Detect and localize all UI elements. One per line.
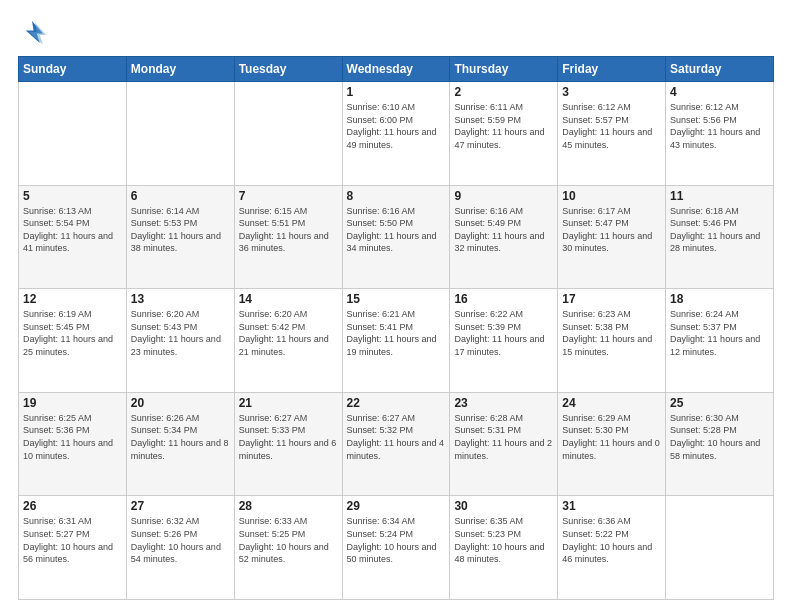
day-number: 7: [239, 189, 338, 203]
calendar-body: 1Sunrise: 6:10 AM Sunset: 6:00 PM Daylig…: [19, 82, 774, 600]
calendar-cell: 24Sunrise: 6:29 AM Sunset: 5:30 PM Dayli…: [558, 392, 666, 496]
day-info: Sunrise: 6:21 AM Sunset: 5:41 PM Dayligh…: [347, 308, 446, 358]
day-number: 30: [454, 499, 553, 513]
day-number: 23: [454, 396, 553, 410]
day-info: Sunrise: 6:26 AM Sunset: 5:34 PM Dayligh…: [131, 412, 230, 462]
calendar-cell: 1Sunrise: 6:10 AM Sunset: 6:00 PM Daylig…: [342, 82, 450, 186]
calendar-cell: 19Sunrise: 6:25 AM Sunset: 5:36 PM Dayli…: [19, 392, 127, 496]
day-info: Sunrise: 6:17 AM Sunset: 5:47 PM Dayligh…: [562, 205, 661, 255]
calendar-cell: [126, 82, 234, 186]
day-number: 5: [23, 189, 122, 203]
calendar-week-3: 12Sunrise: 6:19 AM Sunset: 5:45 PM Dayli…: [19, 289, 774, 393]
day-info: Sunrise: 6:33 AM Sunset: 5:25 PM Dayligh…: [239, 515, 338, 565]
day-number: 31: [562, 499, 661, 513]
calendar-week-2: 5Sunrise: 6:13 AM Sunset: 5:54 PM Daylig…: [19, 185, 774, 289]
calendar-cell: 12Sunrise: 6:19 AM Sunset: 5:45 PM Dayli…: [19, 289, 127, 393]
day-info: Sunrise: 6:20 AM Sunset: 5:42 PM Dayligh…: [239, 308, 338, 358]
calendar-cell: 2Sunrise: 6:11 AM Sunset: 5:59 PM Daylig…: [450, 82, 558, 186]
calendar-cell: 21Sunrise: 6:27 AM Sunset: 5:33 PM Dayli…: [234, 392, 342, 496]
day-info: Sunrise: 6:31 AM Sunset: 5:27 PM Dayligh…: [23, 515, 122, 565]
day-number: 29: [347, 499, 446, 513]
day-info: Sunrise: 6:36 AM Sunset: 5:22 PM Dayligh…: [562, 515, 661, 565]
day-number: 22: [347, 396, 446, 410]
calendar-cell: 22Sunrise: 6:27 AM Sunset: 5:32 PM Dayli…: [342, 392, 450, 496]
calendar-cell: 4Sunrise: 6:12 AM Sunset: 5:56 PM Daylig…: [666, 82, 774, 186]
day-info: Sunrise: 6:11 AM Sunset: 5:59 PM Dayligh…: [454, 101, 553, 151]
day-number: 13: [131, 292, 230, 306]
day-number: 28: [239, 499, 338, 513]
calendar-cell: 11Sunrise: 6:18 AM Sunset: 5:46 PM Dayli…: [666, 185, 774, 289]
calendar-cell: 25Sunrise: 6:30 AM Sunset: 5:28 PM Dayli…: [666, 392, 774, 496]
weekday-header-saturday: Saturday: [666, 57, 774, 82]
day-info: Sunrise: 6:32 AM Sunset: 5:26 PM Dayligh…: [131, 515, 230, 565]
weekday-header-row: SundayMondayTuesdayWednesdayThursdayFrid…: [19, 57, 774, 82]
calendar-cell: 16Sunrise: 6:22 AM Sunset: 5:39 PM Dayli…: [450, 289, 558, 393]
calendar-cell: 15Sunrise: 6:21 AM Sunset: 5:41 PM Dayli…: [342, 289, 450, 393]
day-number: 4: [670, 85, 769, 99]
calendar-cell: 8Sunrise: 6:16 AM Sunset: 5:50 PM Daylig…: [342, 185, 450, 289]
weekday-header-wednesday: Wednesday: [342, 57, 450, 82]
day-number: 16: [454, 292, 553, 306]
calendar-cell: 23Sunrise: 6:28 AM Sunset: 5:31 PM Dayli…: [450, 392, 558, 496]
calendar-cell: 13Sunrise: 6:20 AM Sunset: 5:43 PM Dayli…: [126, 289, 234, 393]
header: [18, 18, 774, 46]
calendar-week-4: 19Sunrise: 6:25 AM Sunset: 5:36 PM Dayli…: [19, 392, 774, 496]
day-info: Sunrise: 6:23 AM Sunset: 5:38 PM Dayligh…: [562, 308, 661, 358]
day-info: Sunrise: 6:28 AM Sunset: 5:31 PM Dayligh…: [454, 412, 553, 462]
calendar-cell: 17Sunrise: 6:23 AM Sunset: 5:38 PM Dayli…: [558, 289, 666, 393]
day-info: Sunrise: 6:20 AM Sunset: 5:43 PM Dayligh…: [131, 308, 230, 358]
calendar-cell: 14Sunrise: 6:20 AM Sunset: 5:42 PM Dayli…: [234, 289, 342, 393]
weekday-header-monday: Monday: [126, 57, 234, 82]
weekday-header-tuesday: Tuesday: [234, 57, 342, 82]
day-number: 9: [454, 189, 553, 203]
day-number: 26: [23, 499, 122, 513]
day-number: 25: [670, 396, 769, 410]
calendar-cell: 9Sunrise: 6:16 AM Sunset: 5:49 PM Daylig…: [450, 185, 558, 289]
day-info: Sunrise: 6:12 AM Sunset: 5:57 PM Dayligh…: [562, 101, 661, 151]
calendar-cell: 29Sunrise: 6:34 AM Sunset: 5:24 PM Dayli…: [342, 496, 450, 600]
day-number: 12: [23, 292, 122, 306]
calendar-cell: 31Sunrise: 6:36 AM Sunset: 5:22 PM Dayli…: [558, 496, 666, 600]
day-info: Sunrise: 6:16 AM Sunset: 5:50 PM Dayligh…: [347, 205, 446, 255]
calendar-cell: [666, 496, 774, 600]
day-info: Sunrise: 6:35 AM Sunset: 5:23 PM Dayligh…: [454, 515, 553, 565]
day-info: Sunrise: 6:29 AM Sunset: 5:30 PM Dayligh…: [562, 412, 661, 462]
day-info: Sunrise: 6:22 AM Sunset: 5:39 PM Dayligh…: [454, 308, 553, 358]
calendar-cell: 5Sunrise: 6:13 AM Sunset: 5:54 PM Daylig…: [19, 185, 127, 289]
day-info: Sunrise: 6:10 AM Sunset: 6:00 PM Dayligh…: [347, 101, 446, 151]
day-info: Sunrise: 6:14 AM Sunset: 5:53 PM Dayligh…: [131, 205, 230, 255]
day-number: 20: [131, 396, 230, 410]
day-info: Sunrise: 6:13 AM Sunset: 5:54 PM Dayligh…: [23, 205, 122, 255]
day-number: 11: [670, 189, 769, 203]
day-number: 3: [562, 85, 661, 99]
calendar-cell: 7Sunrise: 6:15 AM Sunset: 5:51 PM Daylig…: [234, 185, 342, 289]
day-number: 21: [239, 396, 338, 410]
day-number: 14: [239, 292, 338, 306]
calendar: SundayMondayTuesdayWednesdayThursdayFrid…: [18, 56, 774, 600]
calendar-cell: 3Sunrise: 6:12 AM Sunset: 5:57 PM Daylig…: [558, 82, 666, 186]
day-number: 1: [347, 85, 446, 99]
day-number: 15: [347, 292, 446, 306]
day-info: Sunrise: 6:18 AM Sunset: 5:46 PM Dayligh…: [670, 205, 769, 255]
day-number: 10: [562, 189, 661, 203]
calendar-week-5: 26Sunrise: 6:31 AM Sunset: 5:27 PM Dayli…: [19, 496, 774, 600]
calendar-cell: 28Sunrise: 6:33 AM Sunset: 5:25 PM Dayli…: [234, 496, 342, 600]
day-number: 6: [131, 189, 230, 203]
day-info: Sunrise: 6:34 AM Sunset: 5:24 PM Dayligh…: [347, 515, 446, 565]
logo-icon: [18, 18, 46, 46]
calendar-cell: 18Sunrise: 6:24 AM Sunset: 5:37 PM Dayli…: [666, 289, 774, 393]
day-info: Sunrise: 6:25 AM Sunset: 5:36 PM Dayligh…: [23, 412, 122, 462]
svg-marker-1: [29, 23, 46, 45]
day-info: Sunrise: 6:12 AM Sunset: 5:56 PM Dayligh…: [670, 101, 769, 151]
weekday-header-thursday: Thursday: [450, 57, 558, 82]
day-number: 27: [131, 499, 230, 513]
day-info: Sunrise: 6:15 AM Sunset: 5:51 PM Dayligh…: [239, 205, 338, 255]
weekday-header-friday: Friday: [558, 57, 666, 82]
page: SundayMondayTuesdayWednesdayThursdayFrid…: [0, 0, 792, 612]
day-info: Sunrise: 6:27 AM Sunset: 5:32 PM Dayligh…: [347, 412, 446, 462]
calendar-cell: [234, 82, 342, 186]
day-info: Sunrise: 6:16 AM Sunset: 5:49 PM Dayligh…: [454, 205, 553, 255]
logo: [18, 18, 50, 46]
day-number: 19: [23, 396, 122, 410]
calendar-cell: 20Sunrise: 6:26 AM Sunset: 5:34 PM Dayli…: [126, 392, 234, 496]
